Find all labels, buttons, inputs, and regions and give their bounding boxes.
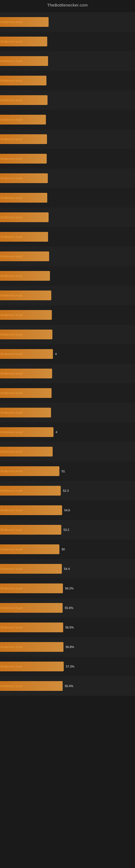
- bar-label: Bottleneck result: [1, 274, 22, 278]
- bar-label: Bottleneck result: [1, 79, 22, 82]
- bar-label: Bottleneck result: [1, 196, 22, 199]
- bar-row: Bottleneck result55.4%: [0, 676, 135, 696]
- bar-row: Bottleneck result: [0, 325, 135, 344]
- bar-row: Bottleneck result: [0, 403, 135, 422]
- bar-value: 51.: [61, 469, 65, 473]
- bar-row: Bottleneck result: [0, 12, 135, 32]
- bar-label: Bottleneck result: [1, 411, 22, 414]
- bar-label: Bottleneck result: [1, 450, 22, 453]
- chart-area: Bottleneck resultBottleneck resultBottle…: [0, 9, 135, 699]
- bar-label: Bottleneck result: [1, 255, 22, 258]
- bar-value: 4: [55, 352, 57, 355]
- bar-row: Bottleneck result: [0, 227, 135, 247]
- bar-row: Bottleneck result: [0, 364, 135, 383]
- bar-label: Bottleneck result: [1, 294, 22, 297]
- bar-label: Bottleneck result: [1, 548, 22, 551]
- bar-row: Bottleneck result: [0, 383, 135, 403]
- bar-label: Bottleneck result: [1, 118, 22, 121]
- bar-row: Bottleneck result: [0, 442, 135, 461]
- bar-row: Bottleneck result56.2%: [0, 579, 135, 598]
- bar-label: Bottleneck result: [1, 626, 22, 629]
- bar-label: Bottleneck result: [1, 528, 22, 531]
- bar-label: Bottleneck result: [1, 20, 22, 24]
- bar-row: Bottleneck result: [0, 286, 135, 305]
- bar-label: Bottleneck result: [1, 665, 22, 668]
- bar-row: Bottleneck result54.6: [0, 500, 135, 520]
- bar-value: 55.6%: [65, 606, 73, 610]
- bar-row: Bottleneck result4: [0, 422, 135, 442]
- bar-label: Bottleneck result: [1, 606, 22, 610]
- bar-row: Bottleneck result51.: [0, 461, 135, 481]
- bar-label: Bottleneck result: [1, 137, 22, 141]
- bar-label: Bottleneck result: [1, 567, 22, 570]
- bar-label: Bottleneck result: [1, 431, 22, 434]
- bar-label: Bottleneck result: [1, 645, 22, 649]
- bar-value: 56.5%: [65, 626, 74, 629]
- bar-value: 4: [56, 431, 57, 434]
- bar-value: 54.6: [64, 508, 70, 512]
- bar-row: Bottleneck result: [0, 168, 135, 188]
- bar-row: Bottleneck result: [0, 266, 135, 286]
- bar-label: Bottleneck result: [1, 216, 22, 219]
- bar-value: 54.4: [64, 567, 70, 570]
- bar-value: 56.8%: [65, 645, 74, 649]
- bar-value: 55.4%: [65, 684, 73, 688]
- bar-label: Bottleneck result: [1, 508, 22, 512]
- bar-row: Bottleneck result4: [0, 344, 135, 364]
- bar-value: 50: [61, 548, 65, 551]
- bar-row: Bottleneck result56.8%: [0, 637, 135, 657]
- bar-row: Bottleneck result53.2: [0, 520, 135, 539]
- site-title: TheBottlenecker.com: [47, 3, 88, 7]
- bar-value: 52.3: [63, 489, 69, 492]
- bar-label: Bottleneck result: [1, 469, 22, 473]
- bar-row: Bottleneck result: [0, 90, 135, 110]
- bar-label: Bottleneck result: [1, 157, 22, 160]
- bar-row: Bottleneck result50: [0, 539, 135, 559]
- bar-value: 57.3%: [66, 665, 74, 668]
- bar-row: Bottleneck result: [0, 71, 135, 90]
- bar-row: Bottleneck result: [0, 208, 135, 227]
- bar-label: Bottleneck result: [1, 40, 22, 43]
- bar-value: 53.2: [63, 528, 69, 531]
- bar-row: Bottleneck result52.3: [0, 481, 135, 500]
- bar-row: Bottleneck result55.6%: [0, 598, 135, 618]
- bar-row: Bottleneck result: [0, 110, 135, 129]
- bar-row: Bottleneck result: [0, 149, 135, 168]
- bar-label: Bottleneck result: [1, 372, 22, 375]
- bar-label: Bottleneck result: [1, 59, 22, 63]
- bar-label: Bottleneck result: [1, 684, 22, 688]
- bar-label: Bottleneck result: [1, 313, 22, 316]
- bar-row: Bottleneck result: [0, 51, 135, 71]
- bar-row: Bottleneck result: [0, 188, 135, 208]
- bar-label: Bottleneck result: [1, 333, 22, 336]
- bar-value: 56.2%: [65, 587, 74, 590]
- bar-row: Bottleneck result: [0, 32, 135, 51]
- bar-row: Bottleneck result57.3%: [0, 657, 135, 676]
- bar-label: Bottleneck result: [1, 392, 22, 395]
- bar-row: Bottleneck result54.4: [0, 559, 135, 579]
- bar-row: Bottleneck result: [0, 129, 135, 149]
- bar-label: Bottleneck result: [1, 98, 22, 102]
- bar-label: Bottleneck result: [1, 352, 22, 355]
- bar-label: Bottleneck result: [1, 587, 22, 590]
- bar-row: Bottleneck result56.5%: [0, 618, 135, 637]
- page-header: TheBottlenecker.com: [0, 0, 135, 9]
- bar-row: Bottleneck result: [0, 305, 135, 325]
- bar-label: Bottleneck result: [1, 235, 22, 239]
- bar-row: Bottleneck result: [0, 247, 135, 266]
- bar-label: Bottleneck result: [1, 177, 22, 180]
- bar-label: Bottleneck result: [1, 489, 22, 492]
